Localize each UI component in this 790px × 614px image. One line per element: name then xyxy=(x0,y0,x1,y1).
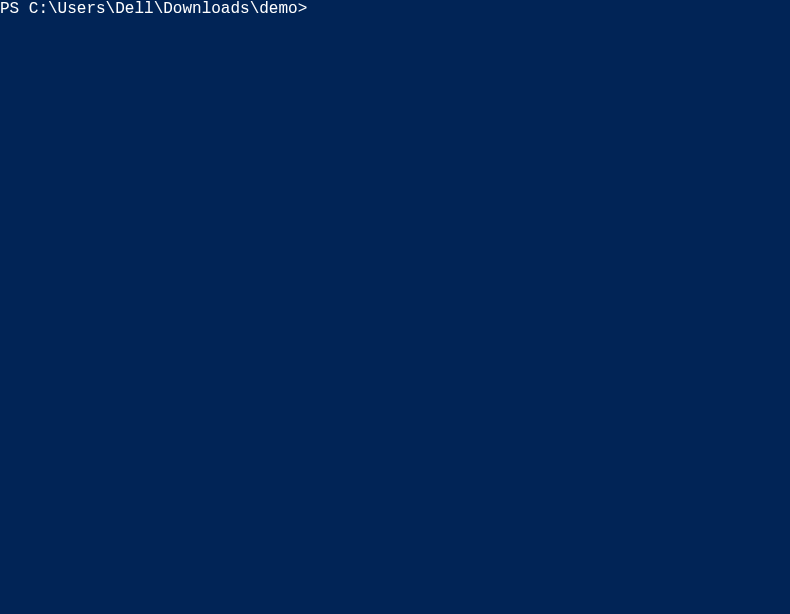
powershell-terminal[interactable]: PS C:\Users\Dell\Downloads\demo> xyxy=(0,0,790,614)
prompt-text: PS C:\Users\Dell\Downloads\demo> xyxy=(0,0,307,19)
prompt-line: PS C:\Users\Dell\Downloads\demo> xyxy=(0,0,790,19)
command-input[interactable] xyxy=(311,0,790,18)
